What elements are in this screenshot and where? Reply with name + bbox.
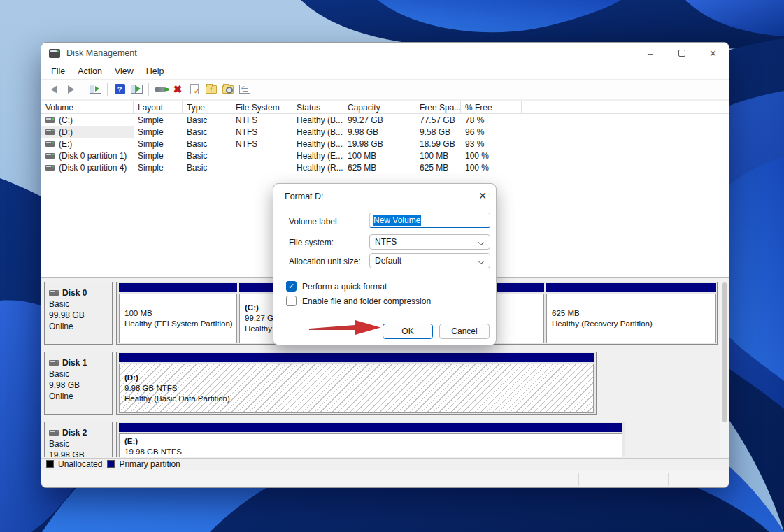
disk2-strip: (E:) 19.98 GB NTFS bbox=[116, 422, 625, 457]
primary-partition-bar bbox=[119, 353, 594, 362]
toolbar: ? ✖ bbox=[41, 79, 729, 99]
toolbar-separator bbox=[83, 83, 83, 96]
forward-button[interactable] bbox=[62, 82, 79, 97]
dialog-title: Format D: bbox=[285, 192, 324, 201]
statusbar-divider bbox=[578, 473, 579, 486]
help-icon: ? bbox=[115, 84, 125, 94]
primary-partition-bar bbox=[546, 283, 716, 292]
primary-partition-bar bbox=[119, 283, 237, 292]
menu-action[interactable]: Action bbox=[71, 65, 108, 78]
tool-icon bbox=[155, 87, 166, 92]
disk2-label[interactable]: Disk 2 Basic 19.98 GB bbox=[44, 422, 113, 457]
menu-view[interactable]: View bbox=[108, 65, 140, 78]
disk0-label[interactable]: Disk 0 Basic 99.98 GB Online bbox=[44, 282, 113, 345]
annotation-arrow-icon bbox=[306, 317, 383, 338]
disk0-partition-recovery[interactable]: 625 MB Healthy (Recovery Partition) bbox=[546, 283, 716, 343]
folder-up-icon bbox=[206, 85, 217, 94]
compression-label: Enable file and folder compression bbox=[302, 296, 431, 306]
properties-list-icon bbox=[239, 85, 250, 94]
scrollbar-thumb[interactable] bbox=[722, 282, 727, 422]
volume-label-input[interactable]: New Volume bbox=[369, 213, 490, 228]
selected-text: New Volume bbox=[373, 215, 421, 226]
primary-partition-swatch bbox=[107, 460, 115, 468]
delete-x-icon: ✖ bbox=[173, 84, 183, 94]
column-header-freespace[interactable]: Free Spa... bbox=[415, 101, 461, 113]
tool-button[interactable] bbox=[152, 82, 169, 97]
disk1-partition-d-selected[interactable]: (D:) 9.98 GB NTFS Healthy (Basic Data Pa… bbox=[119, 353, 594, 413]
chevron-down-icon bbox=[478, 239, 484, 245]
console-tree-icon bbox=[90, 85, 101, 94]
volume-label-label: Volume label: bbox=[289, 217, 339, 227]
cancel-button[interactable]: Cancel bbox=[439, 324, 490, 339]
column-header-capacity[interactable]: Capacity bbox=[343, 101, 415, 113]
folder-up-button[interactable] bbox=[203, 82, 220, 97]
action-pane-icon bbox=[131, 85, 143, 94]
allocation-unit-label: Allocation unit size: bbox=[289, 257, 361, 266]
table-row[interactable]: (Disk 0 partition 4) Simple Basic Health… bbox=[41, 161, 729, 173]
disk1-label[interactable]: Disk 1 Basic 9.98 GB Online bbox=[44, 352, 113, 415]
checkbox-checked-icon[interactable]: ✓ bbox=[286, 281, 297, 292]
window-title: Disk Management bbox=[66, 48, 137, 58]
volume-icon bbox=[45, 141, 55, 147]
quick-format-checkbox-row[interactable]: ✓ Perform a quick format bbox=[286, 281, 387, 292]
delete-button[interactable]: ✖ bbox=[169, 82, 186, 97]
legend-primary-label: Primary partition bbox=[119, 459, 180, 469]
disk-icon bbox=[49, 360, 59, 366]
primary-partition-bar bbox=[119, 423, 622, 432]
document-check-icon bbox=[190, 84, 199, 94]
unallocated-swatch bbox=[46, 460, 54, 468]
menu-bar: File Action View Help bbox=[41, 64, 729, 79]
legend-unallocated-label: Unallocated bbox=[58, 459, 102, 469]
file-system-select[interactable]: NTFS bbox=[369, 234, 490, 250]
column-header-volume[interactable]: Volume bbox=[41, 101, 134, 113]
maximize-button[interactable] bbox=[666, 43, 697, 64]
column-header-status[interactable]: Status bbox=[292, 101, 343, 113]
volume-icon bbox=[45, 165, 55, 171]
toolbar-separator bbox=[107, 83, 108, 96]
vertical-scrollbar[interactable] bbox=[720, 278, 729, 457]
quick-format-label: Perform a quick format bbox=[302, 282, 387, 292]
column-header-pctfree[interactable]: % Free bbox=[461, 101, 522, 113]
title-bar[interactable]: Disk Management – ✕ bbox=[41, 43, 729, 64]
menu-help[interactable]: Help bbox=[140, 65, 171, 78]
status-bar bbox=[41, 470, 729, 488]
column-header-layout[interactable]: Layout bbox=[134, 101, 183, 113]
statusbar-divider bbox=[668, 473, 669, 486]
column-header-type[interactable]: Type bbox=[183, 101, 231, 113]
show-action-pane-button[interactable] bbox=[128, 82, 145, 97]
table-row[interactable]: (Disk 0 partition 1) Simple Basic Health… bbox=[41, 150, 729, 161]
volume-icon bbox=[45, 153, 55, 159]
volume-icon bbox=[45, 129, 55, 135]
disk-management-app-icon bbox=[49, 49, 60, 58]
document-check-button[interactable] bbox=[186, 82, 203, 97]
file-system-label: File system: bbox=[289, 238, 334, 247]
disk0-partition-efi[interactable]: 100 MB Healthy (EFI System Partition) bbox=[119, 283, 237, 343]
show-console-tree-button[interactable] bbox=[87, 82, 104, 97]
chevron-down-icon bbox=[478, 258, 484, 264]
disk-icon bbox=[49, 430, 59, 436]
checkbox-unchecked-icon[interactable] bbox=[286, 296, 297, 306]
table-row[interactable]: (E:) Simple Basic NTFS Healthy (B... 19.… bbox=[41, 138, 729, 150]
desktop: Disk Management – ✕ File Action View Hel… bbox=[0, 0, 784, 532]
folder-search-button[interactable] bbox=[220, 82, 236, 97]
properties-list-button[interactable] bbox=[236, 82, 253, 97]
close-button[interactable]: ✕ bbox=[697, 43, 729, 64]
back-button[interactable] bbox=[45, 82, 62, 97]
dialog-close-button[interactable]: ✕ bbox=[478, 190, 487, 201]
ok-button[interactable]: OK bbox=[383, 324, 433, 339]
column-header-spacer bbox=[522, 101, 729, 113]
table-row[interactable]: (C:) Simple Basic NTFS Healthy (B... 99.… bbox=[41, 114, 729, 126]
minimize-button[interactable]: – bbox=[634, 43, 666, 64]
disk-icon bbox=[49, 290, 59, 296]
table-row-selected[interactable]: (D:) Simple Basic NTFS Healthy (B... 9.9… bbox=[41, 126, 729, 138]
column-header-filesystem[interactable]: File System bbox=[231, 101, 292, 113]
menu-file[interactable]: File bbox=[45, 65, 71, 78]
disk2-partition-e[interactable]: (E:) 19.98 GB NTFS bbox=[119, 423, 622, 457]
folder-search-icon bbox=[222, 85, 234, 94]
allocation-unit-select[interactable]: Default bbox=[369, 253, 490, 268]
compression-checkbox-row[interactable]: Enable file and folder compression bbox=[286, 296, 431, 306]
help-button[interactable]: ? bbox=[111, 82, 128, 97]
back-icon bbox=[51, 85, 57, 94]
volume-icon bbox=[45, 117, 55, 123]
legend-bar: Unallocated Primary partition bbox=[41, 458, 729, 469]
